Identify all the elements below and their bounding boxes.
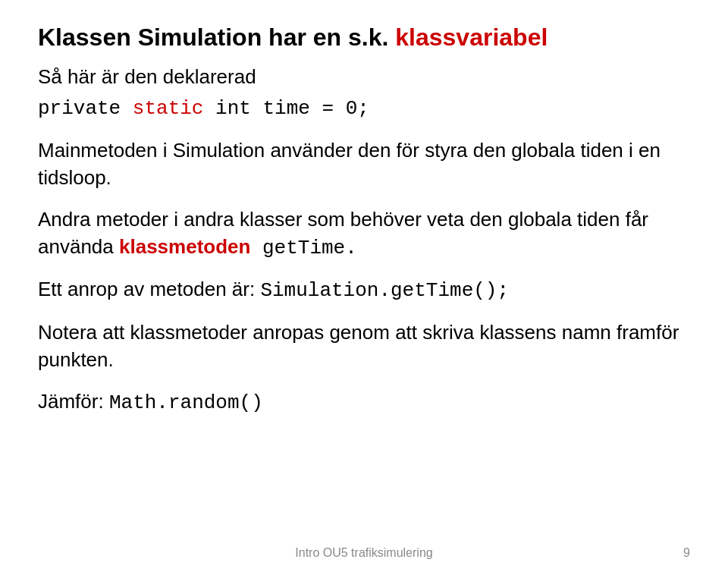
- footer-label: Intro OU5 trafiksimulering: [295, 546, 432, 560]
- para2-gettime: getTime.: [250, 237, 356, 259]
- para3-code: Simulation.getTime();: [260, 279, 509, 302]
- code-static: static: [133, 97, 204, 120]
- paragraph-1: Mainmetoden i Simulation använder den fö…: [38, 137, 690, 192]
- code-private: private: [38, 97, 133, 120]
- paragraph-4: Notera att klassmetoder anropas genom at…: [38, 319, 690, 374]
- paragraph-5: Jämför: Math.random(): [38, 388, 690, 416]
- paragraph-2: Andra metoder i andra klasser som behöve…: [38, 206, 690, 262]
- page-number: 9: [683, 546, 690, 560]
- para3-part1: Ett anrop av metoden är:: [38, 278, 260, 300]
- slide-content: Klassen Simulation har en s.k. klassvari…: [0, 0, 728, 445]
- title-normal: Klassen Simulation har en s.k.: [38, 24, 388, 51]
- code-rest: int time = 0;: [203, 97, 369, 120]
- paragraph-3: Ett anrop av metoden är: Simulation.getT…: [38, 275, 690, 304]
- title-red: klassvariabel: [395, 24, 548, 51]
- para5-part1: Jämför:: [38, 390, 109, 413]
- para2-klassmetoden: klassmetoden: [119, 235, 250, 258]
- slide-title: Klassen Simulation har en s.k. klassvari…: [38, 23, 690, 52]
- code-declaration: private static int time = 0;: [38, 95, 690, 122]
- footer: Intro OU5 trafiksimulering: [0, 546, 728, 560]
- subtitle: Så här är den deklarerad: [38, 65, 690, 89]
- para5-code: Math.random(): [109, 391, 263, 414]
